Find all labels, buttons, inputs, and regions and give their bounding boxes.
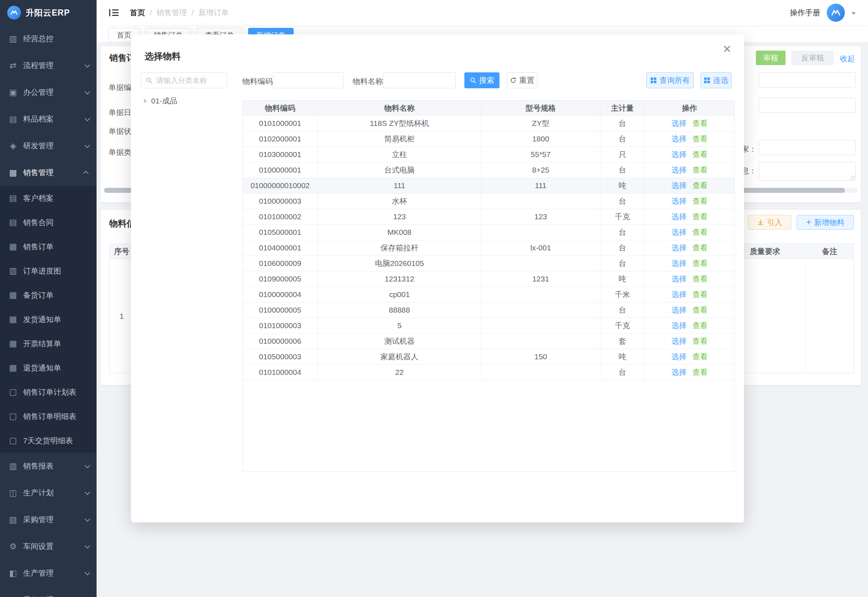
search-button[interactable]: 搜索 [464, 72, 499, 88]
menu-label: 备货订单 [23, 290, 89, 300]
multi-select-button[interactable]: 连选 [701, 72, 732, 88]
select-link[interactable]: 选择 [672, 243, 687, 253]
table-row[interactable]: 0103000001立柱55*57只选择查看 [243, 147, 734, 162]
view-link[interactable]: 查看 [693, 227, 708, 238]
sidebar-item-stock-orders[interactable]: ▦备货订单 [0, 283, 96, 307]
sidebar-item-sales-report[interactable]: ▥销售报表 [0, 453, 96, 480]
table-row[interactable]: 0106000009电脑20260105台选择查看 [243, 256, 734, 271]
query-all-button[interactable]: 查询所有 [646, 72, 694, 88]
table-row[interactable]: 0100000001台式电脑8+25台选择查看 [243, 162, 734, 178]
select-link[interactable]: 选择 [672, 149, 687, 160]
table-row[interactable]: 010900000512313121231吨选择查看 [243, 271, 734, 287]
collapse-link[interactable]: 收起 [840, 53, 855, 64]
table-row[interactable]: 010100000422台选择查看 [243, 365, 734, 380]
sidebar-item-contracts[interactable]: ▤销售合同 [0, 210, 96, 235]
sidebar-item-materials[interactable]: ▤料品档案 [0, 105, 96, 132]
select-link[interactable]: 选择 [672, 212, 687, 222]
view-link[interactable]: 查看 [693, 290, 708, 300]
sidebar-item-order-plan[interactable]: ▢销售订单计划表 [0, 380, 96, 404]
view-link[interactable]: 查看 [693, 165, 708, 175]
table-row[interactable]: 0105000003家庭机器人150吨选择查看 [243, 349, 734, 365]
hamburger-icon[interactable] [109, 8, 119, 17]
select-link[interactable]: 选择 [672, 227, 687, 238]
sidebar-item-purchasing[interactable]: ▧采购管理 [0, 506, 96, 533]
table-row[interactable]: 0101000001118S ZY型纸杯机ZY型台选择查看 [243, 116, 734, 131]
select-link[interactable]: 选择 [672, 321, 687, 331]
sidebar-item-office[interactable]: ▣办公管理 [0, 79, 96, 105]
chevron-down-icon[interactable] [851, 12, 856, 16]
sidebar-item-outsourcing[interactable]: ◨委外管理 [0, 587, 96, 597]
sidebar-item-orders[interactable]: ▦销售订单 [0, 235, 96, 259]
sidebar-item-rnd[interactable]: ◈研发管理 [0, 132, 96, 159]
close-icon[interactable]: ✕ [723, 44, 732, 55]
view-link[interactable]: 查看 [693, 321, 708, 331]
breadcrumb-item[interactable]: 首页 [130, 7, 145, 18]
table-row[interactable]: 01010000035千克选择查看 [243, 318, 734, 334]
table-row[interactable]: 0100000003水杯台选择查看 [243, 193, 734, 209]
sidebar-item-process[interactable]: ⇄流程管理 [0, 52, 96, 79]
select-link[interactable]: 选择 [672, 258, 687, 269]
view-link[interactable]: 查看 [693, 258, 708, 269]
avatar[interactable] [827, 4, 845, 22]
select-link[interactable]: 选择 [672, 367, 687, 377]
form-input-3[interactable] [759, 140, 856, 155]
select-link[interactable]: 选择 [672, 181, 687, 191]
view-link[interactable]: 查看 [693, 274, 708, 284]
import-button[interactable]: 引入 [748, 215, 791, 230]
cell-seq: 1 [110, 259, 134, 373]
tree-node-finished-goods[interactable]: 01-成品 [144, 96, 177, 106]
table-row[interactable]: 01000000010002111111吨选择查看 [243, 178, 734, 193]
sidebar-item-invoice-settle[interactable]: ▦开票结算单 [0, 331, 96, 356]
sidebar-item-production-plan[interactable]: ◫生产计划 [0, 480, 96, 506]
table-row[interactable]: 010000000588888台选择查看 [243, 303, 734, 318]
view-link[interactable]: 查看 [693, 181, 708, 191]
view-link[interactable]: 查看 [693, 149, 708, 160]
select-link[interactable]: 选择 [672, 134, 687, 144]
view-link[interactable]: 查看 [693, 367, 708, 377]
view-link[interactable]: 查看 [693, 336, 708, 346]
code-filter-input[interactable] [277, 76, 339, 85]
select-link[interactable]: 选择 [672, 274, 687, 284]
view-link[interactable]: 查看 [693, 212, 708, 222]
view-link[interactable]: 查看 [693, 352, 708, 362]
table-row[interactable]: 0100000006测试机器套选择查看 [243, 334, 734, 349]
name-filter-input[interactable] [388, 76, 451, 85]
sidebar-item-workshop-settings[interactable]: ⚙车间设置 [0, 533, 96, 560]
manual-link[interactable]: 操作手册 [790, 7, 820, 18]
sidebar-item-return-notice[interactable]: ▦退货通知单 [0, 356, 96, 380]
view-link[interactable]: 查看 [693, 134, 708, 144]
sidebar-item-sales[interactable]: ▦销售管理 [0, 159, 96, 186]
audit-button[interactable]: 审核 [756, 50, 785, 65]
unaudit-button[interactable]: 反审核 [791, 50, 834, 65]
view-link[interactable]: 查看 [693, 196, 708, 206]
view-link[interactable]: 查看 [693, 305, 708, 315]
select-link[interactable]: 选择 [672, 196, 687, 206]
category-search-input[interactable] [156, 76, 227, 85]
select-link[interactable]: 选择 [672, 352, 687, 362]
table-row[interactable]: 0104000001保存箱拉杆lx-001台选择查看 [243, 240, 734, 256]
view-link[interactable]: 查看 [693, 243, 708, 253]
select-link[interactable]: 选择 [672, 118, 687, 128]
table-row[interactable]: 0101000002123123千克选择查看 [243, 209, 734, 225]
select-link[interactable]: 选择 [672, 290, 687, 300]
sidebar-item-dashboard[interactable]: ▥经营总控 [0, 25, 96, 52]
sidebar-item-customers[interactable]: ▤客户档案 [0, 186, 96, 210]
select-link[interactable]: 选择 [672, 336, 687, 346]
table-row[interactable]: 0100000004cp001千米选择查看 [243, 287, 734, 303]
view-link[interactable]: 查看 [693, 118, 708, 128]
sidebar-item-delivery-7d[interactable]: ▢7天交货明细表 [0, 428, 96, 453]
table-row[interactable]: 0102000001简易机柜1800台选择查看 [243, 131, 734, 147]
form-input-1[interactable] [759, 72, 856, 88]
add-material-button[interactable]: + 新增物料 [797, 215, 854, 230]
select-link[interactable]: 选择 [672, 305, 687, 315]
form-input-2[interactable] [759, 98, 856, 113]
menu-label: 订单进度图 [23, 266, 89, 276]
reset-button[interactable]: 重置 [507, 72, 538, 88]
sidebar-item-order-detail[interactable]: ▢销售订单明细表 [0, 404, 96, 428]
table-row[interactable]: 0105000001MK008台选择查看 [243, 225, 734, 240]
sidebar-item-order-progress[interactable]: ▥订单进度图 [0, 259, 96, 283]
sidebar-item-production[interactable]: ◧生产管理 [0, 560, 96, 587]
sidebar-item-shipping-notice[interactable]: ▦发货通知单 [0, 307, 96, 331]
select-link[interactable]: 选择 [672, 165, 687, 175]
form-remark-textarea[interactable] [759, 162, 856, 181]
